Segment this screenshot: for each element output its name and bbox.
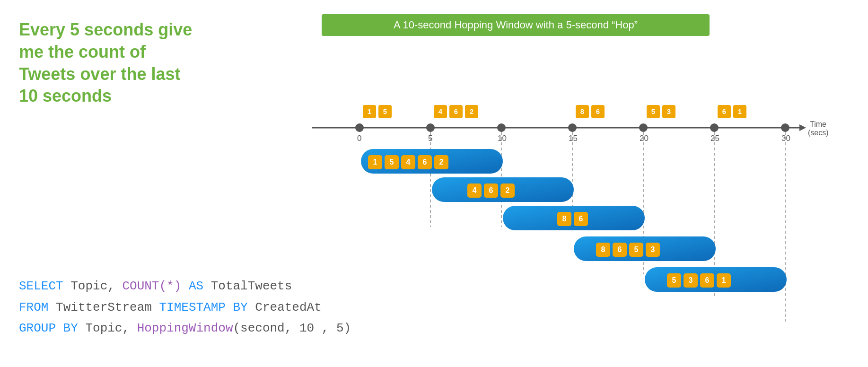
sql-total-tweets: TotalTweets: [203, 279, 292, 293]
svg-text:(secs): (secs): [808, 129, 829, 137]
svg-text:2: 2: [470, 107, 473, 115]
svg-text:Time: Time: [810, 120, 826, 128]
sql-topic2: Topic,: [78, 321, 137, 335]
svg-text:6: 6: [618, 245, 622, 253]
svg-point-14: [710, 123, 719, 132]
svg-text:2: 2: [439, 158, 444, 166]
svg-text:5: 5: [383, 107, 387, 115]
svg-text:1: 1: [738, 107, 742, 115]
kw-count: COUNT(*): [122, 279, 181, 293]
svg-point-10: [568, 123, 577, 132]
svg-text:5: 5: [390, 158, 394, 166]
svg-text:1: 1: [373, 158, 377, 166]
svg-text:5: 5: [634, 245, 639, 253]
svg-text:20: 20: [640, 134, 649, 143]
svg-text:6: 6: [579, 215, 583, 223]
svg-text:6: 6: [423, 158, 427, 166]
svg-point-12: [639, 123, 648, 132]
sql-stream: TwitterStream: [48, 300, 159, 315]
svg-text:1: 1: [368, 107, 371, 115]
svg-marker-1: [799, 124, 806, 131]
svg-text:2: 2: [506, 186, 510, 194]
svg-text:25: 25: [710, 134, 719, 143]
svg-text:6: 6: [596, 107, 600, 115]
svg-point-4: [355, 123, 364, 132]
svg-text:8: 8: [562, 215, 567, 223]
svg-text:0: 0: [357, 134, 361, 143]
timeline-area: Time (secs) 0 5 10 15 20 25 30: [284, 71, 842, 345]
kw-from: FROM: [19, 300, 48, 315]
svg-text:1: 1: [722, 276, 726, 284]
svg-text:15: 15: [569, 134, 578, 143]
svg-rect-69: [574, 236, 716, 261]
main-container: Every 5 seconds give me the count of Twe…: [0, 0, 868, 367]
svg-text:4: 4: [438, 107, 443, 115]
kw-hopping: HoppingWindow: [137, 321, 233, 335]
kw-timestamp: TIMESTAMP: [159, 300, 225, 315]
svg-text:10: 10: [498, 134, 507, 143]
svg-text:5: 5: [651, 107, 655, 115]
main-heading: Every 5 seconds give me the count of Twe…: [19, 19, 199, 107]
title-bar: A 10-second Hopping Window with a 5-seco…: [322, 14, 710, 36]
svg-text:6: 6: [722, 107, 726, 115]
svg-text:8: 8: [601, 245, 605, 253]
svg-text:6: 6: [454, 107, 458, 115]
svg-text:4: 4: [473, 186, 477, 194]
svg-text:4: 4: [406, 158, 411, 166]
svg-text:30: 30: [781, 134, 790, 143]
svg-point-16: [781, 123, 789, 132]
kw-as: AS: [181, 279, 203, 293]
svg-text:3: 3: [651, 245, 655, 253]
kw-by2: BY: [56, 321, 78, 335]
svg-text:3: 3: [667, 107, 671, 115]
svg-text:8: 8: [580, 107, 584, 115]
svg-text:6: 6: [489, 186, 493, 194]
svg-point-6: [426, 123, 435, 132]
svg-text:5: 5: [672, 276, 676, 284]
svg-point-8: [497, 123, 506, 132]
sql-topic: Topic,: [63, 279, 123, 293]
svg-text:6: 6: [705, 276, 710, 284]
svg-rect-78: [645, 267, 787, 292]
timeline-svg: Time (secs) 0 5 10 15 20 25 30: [284, 71, 833, 345]
kw-by: BY: [226, 300, 248, 315]
kw-select: SELECT: [19, 279, 63, 293]
svg-text:3: 3: [689, 276, 693, 284]
kw-group: GROUP: [19, 321, 56, 335]
